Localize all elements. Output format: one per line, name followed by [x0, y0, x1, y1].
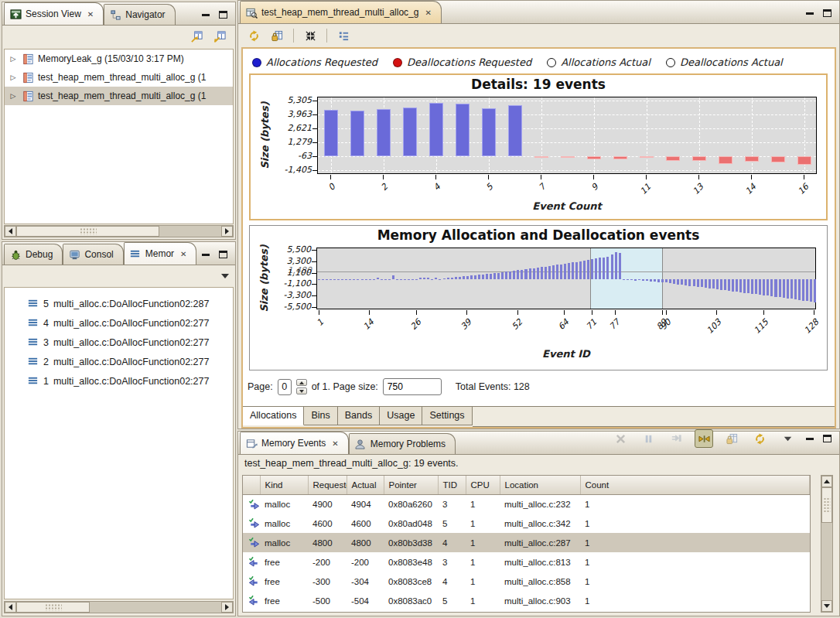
minimize-icon[interactable] — [202, 14, 210, 16]
tab-debug[interactable]: Debug — [4, 244, 63, 265]
call-stack-item[interactable]: 4multi_alloc.c:DoAllocFunction02:277 — [5, 313, 233, 333]
tab-session-view[interactable]: Session View✕ — [4, 2, 104, 25]
x-tick-mark — [466, 310, 467, 315]
scroll-right-button[interactable] — [221, 602, 233, 613]
column-header-requeste[interactable]: Requeste — [308, 476, 347, 494]
scroll-thumb[interactable] — [16, 602, 90, 613]
scroll-thumb[interactable] — [821, 487, 832, 523]
close-icon[interactable]: ✕ — [180, 250, 186, 258]
table-row[interactable]: malloc460046000x80ad04851multi_alloc.c:3… — [243, 514, 810, 533]
h-gridline — [318, 142, 816, 143]
bottom-tab-settings[interactable]: Settings — [422, 407, 472, 425]
minimize-icon[interactable] — [806, 12, 814, 15]
bar — [685, 279, 687, 285]
scroll-track[interactable] — [159, 226, 221, 237]
bar — [798, 279, 801, 300]
tab-memor[interactable]: Memor✕ — [124, 242, 197, 265]
column-header-pointer[interactable]: Pointer — [384, 476, 438, 494]
cell-tid: 4 — [438, 572, 466, 591]
view-menu-chevron-icon[interactable] — [221, 274, 229, 278]
bar — [650, 279, 652, 282]
close-icon[interactable]: ✕ — [425, 9, 431, 17]
session-tree-item[interactable]: ▷test_heap_mem_thread_multi_alloc_g (1 — [5, 87, 233, 105]
export-session-icon-button[interactable] — [210, 27, 229, 46]
bottom-tab-bins[interactable]: Bins — [304, 407, 337, 425]
close-icon[interactable]: ✕ — [87, 10, 94, 19]
column-header-count[interactable]: Count — [580, 476, 810, 494]
column-header-cpu[interactable]: CPU — [466, 476, 500, 494]
debug-hscrollbar[interactable] — [4, 601, 234, 613]
refresh-icon-button[interactable] — [244, 26, 263, 45]
maximize-icon[interactable] — [219, 11, 227, 19]
bar — [751, 279, 753, 294]
column-header-tid[interactable]: TID — [438, 476, 466, 494]
page-number-field[interactable]: 0 — [278, 379, 292, 395]
bar — [797, 156, 812, 165]
bottom-tab-allocations[interactable]: Allocations — [243, 407, 304, 425]
refresh-icon-button[interactable] — [750, 429, 769, 448]
bar — [326, 279, 328, 280]
minimize-icon[interactable] — [806, 438, 814, 440]
x-tick-label: 0 — [326, 182, 337, 193]
collect-icon-button[interactable] — [695, 429, 713, 448]
maximize-icon[interactable] — [823, 435, 831, 442]
table-row[interactable]: malloc490049040x80a626031multi_alloc.c:2… — [243, 494, 810, 514]
maximize-icon[interactable] — [823, 9, 831, 17]
page-size-input[interactable] — [383, 378, 442, 395]
table-row[interactable]: free-300-3040x8083ce841multi_alloc.c:858… — [243, 572, 810, 591]
session-tree-item[interactable]: ▷MemoryLeak_g (15/03/10 3:17 PM) — [5, 50, 233, 68]
close-icon[interactable]: ✕ — [332, 439, 338, 448]
plot-area[interactable] — [317, 97, 817, 174]
scroll-left-button[interactable] — [5, 226, 16, 237]
scroll-left-button[interactable] — [5, 602, 16, 613]
import-session-icon-button[interactable] — [187, 27, 206, 46]
events-vscrollbar[interactable] — [821, 475, 833, 613]
session-hscrollbar[interactable] — [4, 225, 234, 237]
minimize-icon[interactable] — [202, 254, 210, 256]
bottom-tab-bands[interactable]: Bands — [338, 407, 380, 425]
page-up-button[interactable] — [296, 379, 307, 386]
expand-arrow-icon[interactable]: ▷ — [9, 73, 18, 81]
menu-chevron-icon-button[interactable] — [778, 429, 797, 448]
bar — [767, 279, 769, 295]
column-header-location[interactable]: Location — [500, 476, 580, 494]
bar — [447, 278, 449, 279]
tab-memory-problems[interactable]: Memory Problems — [349, 433, 456, 454]
table-row[interactable]: malloc480048000x80b3d3841multi_alloc.c:2… — [243, 533, 810, 552]
call-stack-item[interactable]: 1multi_alloc.c:DoAllocFunction02:277 — [5, 371, 233, 391]
scroll-up-button[interactable] — [821, 476, 832, 487]
tab-test-heap-mem-thread-multi-alloc-g[interactable]: test_heap_mem_thread_multi_alloc_g✕ — [240, 1, 442, 23]
session-tree-item[interactable]: ▷test_heap_mem_thread_multi_alloc_g (1 — [5, 68, 233, 87]
export-session-icon — [213, 30, 226, 43]
call-stack-item[interactable]: 5multi_alloc.c:DoAllocFunction02:287 — [5, 294, 233, 313]
session-icon — [22, 71, 34, 84]
bar — [482, 275, 484, 279]
plot-area[interactable] — [316, 248, 816, 309]
tab-memory-events[interactable]: Memory Events✕ — [240, 432, 349, 454]
lock-table-icon-button[interactable] — [268, 26, 286, 45]
call-stack-item[interactable]: 2multi_alloc.c:DoAllocFunction02:277 — [5, 352, 233, 371]
page-down-button[interactable] — [296, 388, 307, 394]
scroll-track[interactable] — [821, 523, 832, 600]
bar — [755, 279, 757, 294]
expand-arrow-icon[interactable]: ▷ — [9, 92, 18, 100]
scroll-track[interactable] — [90, 602, 221, 613]
frame-location: multi_alloc.c:DoAllocFunction02:287 — [53, 299, 210, 309]
tab-consol[interactable]: Consol — [63, 244, 123, 265]
expand-arrow-icon[interactable]: ▷ — [9, 55, 18, 63]
call-stack-item[interactable]: 3multi_alloc.c:DoAllocFunction02:277 — [5, 333, 233, 352]
scroll-thumb[interactable] — [16, 226, 159, 237]
column-header-actual[interactable]: Actual — [347, 476, 384, 494]
outline-list-icon-button[interactable] — [334, 26, 353, 45]
table-row[interactable]: free-200-2000x8083e4831multi_alloc.c:813… — [243, 552, 810, 572]
scroll-down-button[interactable] — [821, 600, 832, 612]
frame-location: multi_alloc.c:DoAllocFunction02:277 — [53, 357, 210, 367]
collapse-fit-icon-button[interactable] — [301, 26, 319, 45]
tab-label: test_heap_mem_thread_multi_alloc_g — [261, 7, 418, 18]
bottom-tab-usage[interactable]: Usage — [380, 407, 422, 425]
maximize-icon[interactable] — [219, 251, 227, 258]
table-row[interactable]: free-500-5040x8083ac051multi_alloc.c:903… — [243, 591, 810, 610]
scroll-right-button[interactable] — [221, 226, 233, 237]
column-header-kind[interactable]: Kind — [260, 476, 308, 494]
tab-navigator[interactable]: Navigator — [104, 4, 175, 25]
